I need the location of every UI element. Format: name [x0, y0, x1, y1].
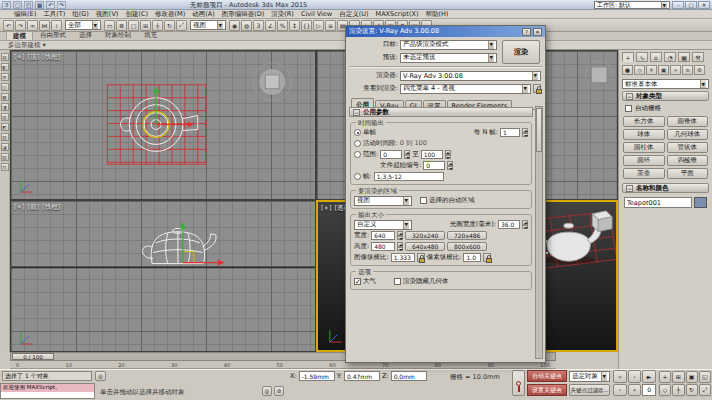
- systems-icon[interactable]: ⚙: [694, 65, 705, 75]
- image-aspect-field[interactable]: 1.333: [391, 253, 415, 262]
- ribbon-tab[interactable]: 建模: [6, 31, 33, 40]
- docked-tool-icon-8[interactable]: ◩: [1, 123, 9, 131]
- viewport-menu-pov[interactable]: [顶]: [28, 53, 40, 62]
- geometry-icon[interactable]: ●: [622, 65, 633, 75]
- hierarchy-tab-icon[interactable]: ⌂: [650, 52, 662, 62]
- viewport-menu-shading[interactable]: [线框]: [42, 203, 60, 212]
- redo-quick-icon[interactable]: ↷: [57, 1, 66, 9]
- zoom-extents-all-icon[interactable]: ◱: [699, 371, 711, 383]
- primitive-button[interactable]: 圆柱体: [623, 142, 665, 153]
- area-mode-dropdown[interactable]: 视图 ▼: [354, 196, 412, 206]
- aperture-field[interactable]: 36.0: [498, 220, 520, 229]
- range-to-field[interactable]: 100: [421, 150, 443, 159]
- select-scale-icon[interactable]: ⤢: [176, 20, 187, 31]
- undo-quick-icon[interactable]: ↶: [46, 1, 55, 9]
- set-keys-button[interactable]: [512, 370, 525, 396]
- ribbon-tab[interactable]: 选择: [73, 31, 98, 40]
- docked-tool-icon-4[interactable]: ◫: [1, 83, 9, 91]
- fov-icon[interactable]: ◇: [659, 384, 671, 397]
- frames-radio[interactable]: [354, 173, 361, 180]
- use-pivot-icon[interactable]: ◉: [229, 20, 240, 31]
- atmosphere-checkbox[interactable]: [354, 278, 361, 285]
- primitive-button[interactable]: 茶壶: [623, 168, 665, 179]
- pan-icon[interactable]: ┼: [672, 384, 684, 397]
- unlink-icon[interactable]: ⋈: [39, 20, 50, 31]
- spinner-snap-icon[interactable]: ↕: [289, 20, 300, 31]
- go-end-icon[interactable]: »: [628, 384, 642, 397]
- dialog-close-button[interactable]: ✕: [533, 28, 542, 36]
- output-size-dropdown[interactable]: 自定义 ▼: [354, 220, 412, 230]
- minimize-button[interactable]: –: [672, 1, 684, 9]
- file-start-field[interactable]: 0: [423, 161, 445, 170]
- object-type-rollout[interactable]: − 对象类型: [622, 91, 709, 101]
- selection-lock-toggle-icon[interactable]: ⊘: [274, 386, 284, 396]
- docked-tool-icon-11[interactable]: ▨: [1, 153, 9, 161]
- select-by-name-icon[interactable]: ≣: [116, 20, 127, 31]
- spinner[interactable]: [397, 231, 403, 240]
- width-field[interactable]: 640: [371, 231, 395, 240]
- undo-icon[interactable]: ↶: [3, 20, 14, 31]
- save-file-icon[interactable]: ▦: [35, 1, 44, 9]
- selection-lock-icon[interactable]: ◎: [95, 371, 106, 381]
- preset-800x600-button[interactable]: 800x600: [447, 242, 487, 251]
- menu-item[interactable]: 图形编辑器(D): [222, 10, 265, 19]
- zoom-extents-icon[interactable]: ▣: [686, 371, 698, 383]
- primitive-button[interactable]: 圆环: [623, 155, 665, 166]
- shapes-icon[interactable]: ◇: [634, 65, 645, 75]
- primitive-category-dropdown[interactable]: 标准基本体 ▼: [622, 79, 709, 89]
- ribbon-panel-label[interactable]: 多边形建模: [8, 41, 41, 50]
- viewport-menu-shading[interactable]: [线框]: [42, 53, 60, 62]
- image-aspect-lock-icon[interactable]: [417, 253, 425, 262]
- named-sets-icon[interactable]: {}: [301, 20, 312, 31]
- ribbon-tab[interactable]: 自由形式: [34, 31, 72, 40]
- close-button[interactable]: ✕: [698, 1, 710, 9]
- bind-spacewarp-icon[interactable]: ≀: [51, 20, 62, 31]
- docked-tool-icon-9[interactable]: ▧: [1, 133, 9, 141]
- docked-tool-icon-2[interactable]: ◧: [1, 63, 9, 71]
- new-file-icon[interactable]: ▢: [13, 1, 22, 9]
- x-coordinate-field[interactable]: -1.59mm: [299, 371, 335, 381]
- dialog-title-bar[interactable]: 渲染设置: V-Ray Adv 3.00.08 ? ✕: [346, 26, 545, 37]
- menu-item[interactable]: MAXScript(X): [376, 10, 419, 18]
- frames-field[interactable]: 1,3,5-12: [374, 172, 444, 181]
- listener-input[interactable]: [1, 392, 94, 398]
- maximize-viewport-icon[interactable]: ⤢: [699, 384, 711, 397]
- viewport-menu-general[interactable]: [+]: [321, 204, 332, 213]
- menu-item[interactable]: 创建(C): [125, 10, 148, 19]
- scrollbar-thumb[interactable]: [536, 108, 542, 152]
- workspace-dropdown[interactable]: 工作区: 默认 ▼: [594, 1, 670, 9]
- docked-tool-icon-1[interactable]: ▤: [1, 53, 9, 61]
- every-nth-field[interactable]: 1: [500, 128, 520, 137]
- docked-tool-icon-5[interactable]: ▦: [1, 93, 9, 101]
- docked-tool-icon-7[interactable]: ▥: [1, 113, 9, 121]
- time-slider-handle[interactable]: 0 / 100: [12, 353, 54, 360]
- motion-tab-icon[interactable]: ◔: [664, 52, 676, 62]
- menu-item[interactable]: 编辑(E): [14, 10, 36, 19]
- maximize-button[interactable]: ▢: [685, 1, 697, 9]
- auto-key-toggle[interactable]: 自动关键点: [527, 370, 567, 382]
- go-start-icon[interactable]: «: [613, 370, 627, 383]
- select-rotate-icon[interactable]: ↻: [164, 20, 175, 31]
- viewport-top[interactable]: [+] [顶] [线框]: [10, 50, 316, 200]
- menu-item[interactable]: 修改器(M): [155, 10, 185, 19]
- spacewarps-icon[interactable]: ≋: [682, 65, 693, 75]
- docked-tool-icon-3[interactable]: ⊞: [1, 73, 9, 81]
- lock-view-icon[interactable]: [533, 84, 541, 93]
- next-frame-icon[interactable]: ›: [613, 384, 627, 397]
- maxscript-mini-listener[interactable]: 欢迎使用 MAXScript。: [0, 383, 95, 399]
- z-coordinate-field[interactable]: 0.0mm: [391, 371, 427, 381]
- viewport-front[interactable]: [+] [前] [线框]: [10, 200, 316, 352]
- preset-320x240-button[interactable]: 320x240: [405, 231, 445, 240]
- view-to-render-dropdown[interactable]: 四元菜单 4 - 透视 ▼: [400, 84, 531, 94]
- utilities-tab-icon[interactable]: ⚒: [692, 52, 704, 62]
- modify-tab-icon[interactable]: ∿: [636, 52, 648, 62]
- preset-dropdown[interactable]: 未选定预设 ▼: [400, 53, 497, 63]
- spinner[interactable]: [447, 161, 453, 170]
- redo-icon[interactable]: ↷: [15, 20, 26, 31]
- mirror-icon[interactable]: ▷: [313, 20, 324, 31]
- key-filters-button[interactable]: 关键点过滤器...: [569, 384, 610, 396]
- rect-region-icon[interactable]: □: [128, 20, 139, 31]
- name-color-rollout[interactable]: − 名称和颜色: [622, 183, 709, 193]
- viewport-menu-general[interactable]: [+]: [14, 203, 25, 212]
- single-frame-radio[interactable]: [354, 129, 361, 136]
